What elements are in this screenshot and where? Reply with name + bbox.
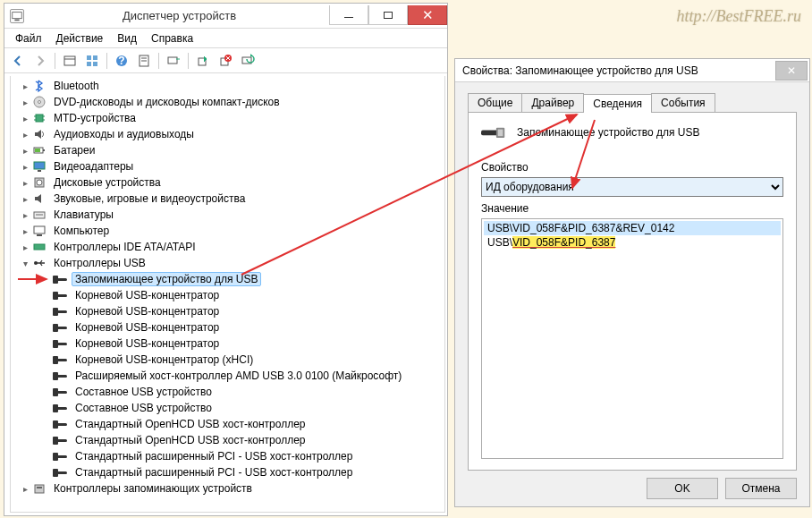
usb-device-icon	[54, 304, 68, 318]
expand-icon[interactable]: ▸	[20, 242, 30, 252]
tree-device-item[interactable]: Расширяемый хост-контроллер AMD USB 3.0 …	[39, 368, 444, 384]
tb-update-icon[interactable]	[193, 51, 213, 71]
tb-scan-icon[interactable]	[164, 51, 183, 71]
expand-icon[interactable]: ▸	[20, 225, 30, 236]
property-select[interactable]: ИД оборудования	[481, 177, 783, 197]
usb-device-icon	[54, 352, 68, 367]
tree-category[interactable]: ▸Bluetooth	[16, 78, 444, 94]
tree-category[interactable]: ▸Видеоадаптеры	[16, 158, 444, 174]
tree-category[interactable]: ▸Аудиовходы и аудиовыходы	[16, 126, 444, 142]
svg-rect-41	[35, 485, 44, 493]
tree-device-item[interactable]: Составное USB устройство	[39, 400, 444, 416]
tab-driver[interactable]: Драйвер	[521, 93, 584, 112]
tree-category[interactable]: ▸Компьютер	[16, 223, 444, 239]
display-icon	[32, 159, 47, 174]
tree-category-label: Клавиатуры	[50, 208, 117, 222]
tree-device-item[interactable]: Составное USB устройство	[39, 384, 444, 400]
tree-device-item[interactable]: Стандартный OpenHCD USB хост-контроллер	[39, 432, 444, 448]
sound-icon	[32, 191, 47, 206]
tree-category[interactable]: ▸MTD-устройства	[16, 110, 444, 126]
expand-icon[interactable]: ▸	[20, 129, 30, 140]
expand-icon[interactable]: ▸	[20, 97, 30, 107]
tree-device-item[interactable]: Корневой USB-концентратор	[39, 319, 444, 335]
tree-category[interactable]: ▸Дисковые устройства	[16, 174, 444, 191]
menu-help[interactable]: Справка	[144, 30, 200, 47]
tb-refresh-icon[interactable]	[238, 51, 258, 71]
menu-action[interactable]: Действие	[49, 30, 111, 47]
svg-rect-43	[481, 130, 498, 135]
value-listbox[interactable]: USB\VID_058F&PID_6387&REV_0142USB\VID_05…	[481, 218, 783, 459]
tree-device-item[interactable]: Стандартный расширенный PCI - USB хост-к…	[39, 448, 444, 464]
tree-device-label: Запоминающее устройство для USB	[72, 272, 261, 286]
menu-bar: Файл Действие Вид Справка	[4, 29, 447, 48]
expand-icon[interactable]: ▸	[20, 161, 30, 172]
tree-category[interactable]: ▸Клавиатуры	[16, 207, 444, 223]
tree-category[interactable]: ▸Батареи	[16, 142, 444, 158]
tb-details-icon[interactable]	[82, 51, 102, 71]
tree-device-label: Составное USB устройство	[72, 401, 216, 415]
expand-icon[interactable]: ▸	[20, 483, 30, 494]
tree-device-item[interactable]: Запоминающее устройство для USB	[39, 271, 444, 287]
tree-device-label: Корневой USB-концентратор	[72, 288, 223, 302]
svg-rect-22	[36, 115, 43, 122]
expand-icon[interactable]: ▸	[20, 209, 30, 220]
svg-point-21	[38, 101, 41, 104]
dm-titlebar[interactable]: Диспетчер устройств ✕	[4, 4, 447, 29]
close-button[interactable]: ✕	[408, 5, 447, 25]
minimize-button[interactable]	[329, 5, 368, 25]
menu-view[interactable]: Вид	[110, 30, 144, 47]
usb-device-icon	[54, 401, 68, 415]
tb-help-icon[interactable]: ?	[112, 51, 131, 71]
svg-rect-45	[498, 129, 503, 136]
expand-icon[interactable]: ▸	[20, 193, 30, 204]
tree-device-item[interactable]: Корневой USB-концентратор	[39, 335, 444, 352]
tb-back-icon[interactable]	[8, 51, 28, 71]
tree-device-item[interactable]: Стандартный OpenHCD USB хост-контроллер	[39, 416, 444, 432]
tree-category-label: Дисковые устройства	[50, 175, 165, 190]
usb-icon	[32, 256, 47, 270]
tree-category[interactable]: ▸DVD-дисководы и дисководы компакт-диско…	[16, 94, 444, 110]
tree-device-item[interactable]: Стандартный расширенный PCI - USB хост-к…	[39, 464, 444, 480]
tree-device-item[interactable]: Корневой USB-концентратор (xHCI)	[39, 352, 444, 368]
cancel-button[interactable]: Отмена	[725, 478, 797, 499]
expand-icon[interactable]: ▸	[20, 177, 30, 188]
hardware-id-value[interactable]: USB\VID_058F&PID_6387	[484, 235, 781, 250]
device-tree[interactable]: ▸Bluetooth▸DVD-дисководы и дисководы ком…	[10, 76, 445, 513]
property-field-label: Свойство	[481, 161, 783, 174]
props-close-button[interactable]: ✕	[775, 61, 808, 81]
tree-category-label: Контроллеры USB	[50, 256, 149, 270]
tree-category-label: MTD-устройства	[50, 111, 140, 125]
tb-show-icon[interactable]	[60, 51, 80, 71]
properties-dialog: Свойства: Запоминающее устройство для US…	[454, 58, 810, 507]
tree-category[interactable]: ▾Контроллеры USBЗапоминающее устройство …	[16, 255, 444, 480]
tree-category[interactable]: ▸Звуковые, игровые и видеоустройства	[16, 191, 444, 207]
hardware-id-value[interactable]: USB\VID_058F&PID_6387&REV_0142	[484, 221, 781, 235]
hdd-icon	[32, 175, 47, 190]
tb-properties-icon[interactable]	[134, 51, 154, 71]
svg-rect-36	[34, 226, 45, 234]
window-title: Диспетчер устройств	[30, 9, 329, 22]
tb-uninstall-icon[interactable]	[216, 51, 235, 71]
tree-device-label: Стандартный OpenHCD USB хост-контроллер	[72, 433, 309, 447]
tab-general[interactable]: Общие	[468, 93, 522, 112]
props-titlebar[interactable]: Свойства: Запоминающее устройство для US…	[455, 59, 809, 82]
tree-category[interactable]: ▸Контроллеры запоминающих устройств	[16, 480, 444, 497]
ok-button[interactable]: OK	[647, 478, 718, 499]
tree-device-label: Составное USB устройство	[72, 385, 216, 399]
device-name: Запоминающее устройство для USB	[517, 126, 699, 139]
maximize-button[interactable]	[368, 5, 408, 25]
svg-rect-38	[34, 244, 45, 250]
tree-device-item[interactable]: Корневой USB-концентратор	[39, 287, 444, 303]
tab-events[interactable]: События	[651, 93, 715, 112]
menu-file[interactable]: Файл	[8, 30, 49, 47]
tree-device-item[interactable]: Корневой USB-концентратор	[39, 303, 444, 319]
tree-category[interactable]: ▸Контроллеры IDE ATA/ATAPI	[16, 239, 444, 255]
collapse-icon[interactable]: ▾	[20, 258, 30, 268]
expand-icon[interactable]: ▸	[20, 81, 30, 91]
usb-device-icon	[54, 320, 68, 335]
expand-icon[interactable]: ▸	[20, 145, 30, 156]
tb-forward-icon[interactable]	[30, 51, 50, 71]
expand-icon[interactable]: ▸	[20, 113, 30, 123]
tab-details[interactable]: Сведения	[583, 94, 652, 113]
props-title: Свойства: Запоминающее устройство для US…	[455, 64, 775, 77]
